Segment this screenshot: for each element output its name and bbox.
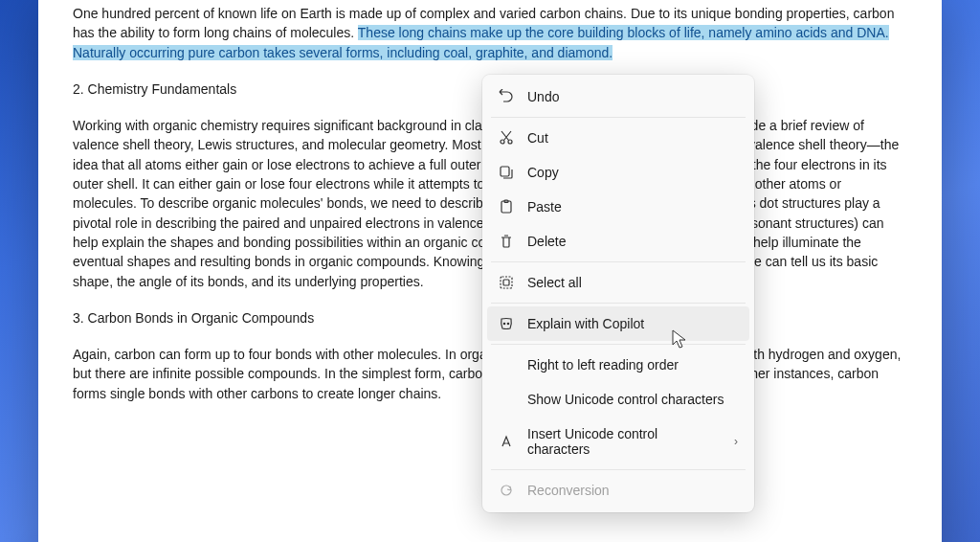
svg-rect-2 (501, 167, 509, 176)
menu-reconversion-label: Reconversion (527, 483, 738, 498)
menu-paste[interactable]: Paste (487, 190, 749, 224)
select-all-icon (499, 275, 514, 290)
svg-point-1 (508, 140, 512, 144)
menu-divider (491, 344, 746, 345)
menu-copy[interactable]: Copy (487, 155, 749, 190)
menu-delete-label: Delete (527, 234, 738, 249)
menu-rtl-label: Right to left reading order (527, 357, 738, 373)
svg-point-8 (507, 323, 508, 324)
undo-icon (499, 89, 514, 104)
copilot-icon (499, 316, 514, 331)
menu-show-unicode[interactable]: Show Unicode control characters (487, 382, 749, 417)
menu-divider (491, 469, 746, 470)
empty-icon (499, 392, 514, 407)
menu-divider (491, 261, 746, 262)
cut-icon (499, 130, 514, 146)
menu-undo-label: Undo (527, 89, 738, 104)
menu-cut[interactable]: Cut (487, 121, 749, 155)
menu-show-unicode-label: Show Unicode control characters (527, 392, 738, 407)
text-a-icon (499, 434, 514, 449)
menu-explain-copilot[interactable]: Explain with Copilot (487, 306, 749, 341)
copy-icon (499, 165, 514, 180)
menu-select-all-label: Select all (527, 275, 738, 290)
menu-cut-label: Cut (527, 130, 738, 146)
svg-rect-5 (501, 277, 512, 288)
paragraph-1[interactable]: One hundred percent of known life on Ear… (73, 4, 907, 62)
chevron-right-icon: › (734, 435, 738, 448)
reconversion-icon (499, 483, 514, 498)
menu-paste-label: Paste (527, 199, 738, 215)
menu-divider (491, 117, 746, 118)
paste-icon (499, 199, 514, 215)
menu-explain-copilot-label: Explain with Copilot (527, 316, 738, 331)
menu-delete[interactable]: Delete (487, 224, 749, 259)
svg-point-7 (503, 323, 504, 324)
delete-icon (499, 234, 514, 249)
menu-rtl[interactable]: Right to left reading order (487, 348, 749, 382)
context-menu: Undo Cut Copy Paste Delete Select all (482, 75, 754, 512)
svg-point-0 (501, 140, 504, 144)
menu-insert-unicode[interactable]: Insert Unicode control characters › (487, 417, 749, 466)
empty-icon (499, 357, 514, 373)
menu-undo[interactable]: Undo (487, 79, 749, 114)
menu-reconversion: Reconversion (487, 473, 749, 508)
menu-copy-label: Copy (527, 165, 738, 180)
menu-divider (491, 303, 746, 304)
menu-insert-unicode-label: Insert Unicode control characters (527, 426, 721, 457)
menu-select-all[interactable]: Select all (487, 265, 749, 300)
svg-rect-6 (503, 280, 509, 285)
